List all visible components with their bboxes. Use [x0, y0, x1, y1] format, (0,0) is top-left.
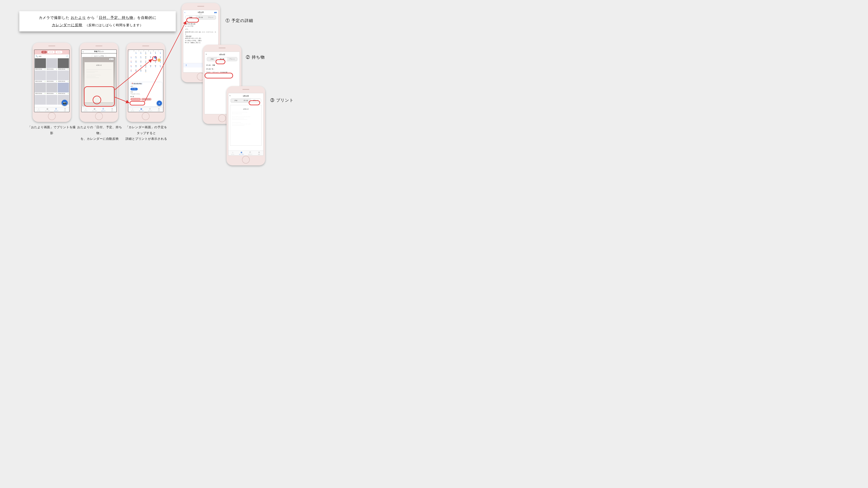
cal-day[interactable]: 28	[129, 69, 133, 74]
cal-day[interactable]: 17	[143, 60, 148, 65]
tab-calendar[interactable]: ▦カレンダー	[237, 151, 246, 155]
tab-home[interactable]: ⌂ホーム	[128, 107, 137, 112]
cal-day[interactable]: 9	[138, 56, 143, 60]
mitsuki-event-1[interactable]: 6年生を送る会	[130, 98, 141, 100]
document-icon[interactable]: 📄	[66, 55, 68, 57]
cal-day[interactable]: 15	[133, 60, 138, 65]
cal-day[interactable]	[158, 69, 163, 74]
back-icon[interactable]: ‹	[206, 53, 207, 55]
cal-day[interactable]: 2	[138, 52, 143, 56]
check-icon: ●	[68, 68, 68, 70]
cal-day[interactable]: 14	[129, 60, 133, 65]
cal-day[interactable]: 3	[143, 52, 148, 56]
cal-day[interactable]: 1	[133, 52, 138, 56]
cal-day[interactable]	[153, 69, 158, 74]
camera-fab[interactable]: 📷	[62, 100, 68, 106]
cal-day[interactable]	[148, 69, 153, 74]
photo-cell[interactable]: 2021年3月12日●	[35, 58, 46, 70]
seg-items[interactable]: 持ち物	[196, 16, 206, 19]
cal-day[interactable]: 7	[129, 56, 133, 60]
photo-cell[interactable]	[35, 95, 46, 106]
tab-calendar[interactable]: ▦カレンダー	[43, 107, 52, 112]
cal-day[interactable]: 6	[158, 52, 163, 56]
paper-title: お知らせ	[87, 64, 111, 66]
photo-cell[interactable]: 2021年3月12日●	[35, 83, 46, 94]
seg-print[interactable]: プリント	[251, 99, 261, 102]
share-icon[interactable]: ⇪	[185, 64, 187, 67]
cal-day[interactable]: 8	[133, 56, 138, 60]
photo-cell[interactable]: 2021年3月12日●	[46, 70, 58, 82]
photo-cell[interactable]: 2021年3月12日●	[35, 70, 46, 82]
cal-day[interactable]: 18	[148, 60, 153, 65]
cal-grid: 1234567891011121314151617181920212223242…	[128, 52, 163, 74]
back-icon[interactable]: ‹	[185, 11, 185, 13]
mitsuki-event-2[interactable]: 6年生を送る会	[141, 98, 152, 100]
cal-day[interactable]: 27	[158, 65, 163, 69]
gear-icon: ⚙	[258, 152, 260, 153]
cal-day[interactable]: 24	[143, 65, 148, 69]
back-icon[interactable]: ‹	[229, 94, 230, 97]
tab-calendar[interactable]: ▦カレンダー	[90, 107, 99, 112]
cal-day[interactable]: 16	[138, 60, 143, 65]
add-fab[interactable]: ＋	[157, 100, 162, 106]
cal-day[interactable]: 31	[143, 69, 148, 74]
event-dot	[146, 67, 146, 68]
cal-day[interactable]: 29	[133, 69, 138, 74]
seg-detail[interactable]: 詳細	[207, 57, 217, 61]
item-1: マスク	[206, 71, 211, 73]
cal-day[interactable]: 5	[153, 52, 158, 56]
search-input[interactable]	[39, 56, 65, 57]
tab-home[interactable]: ⌂ホーム	[34, 107, 43, 112]
chip-mitsuki[interactable]: みつき	[48, 51, 55, 54]
photo-cell[interactable]	[46, 95, 58, 106]
tab-calendar[interactable]: ▦カレンダー	[137, 107, 146, 112]
seg-print[interactable]: プリント	[227, 57, 237, 61]
photo-cell[interactable]: 2021年3月12日●	[58, 58, 69, 70]
tab-settings[interactable]: ⚙設定	[108, 107, 117, 112]
cal-day[interactable]: 10	[143, 56, 148, 60]
cal-day[interactable]: 19	[153, 60, 158, 65]
event-dot	[155, 53, 156, 54]
cal-day[interactable]: 21	[129, 65, 133, 69]
seg-items[interactable]: 持ち物	[241, 99, 251, 102]
tabbar: ⌂ホーム ▦カレンダー 🗒おたより ⚙設定	[128, 107, 163, 112]
cal-day[interactable]: 12	[153, 56, 158, 60]
papa-event[interactable]: ゴミ出し	[130, 88, 138, 90]
cal-day[interactable]: 25	[148, 65, 153, 69]
edit-button[interactable]: 編集	[214, 11, 217, 13]
seg-items[interactable]: 持ち物	[217, 57, 227, 61]
caption-p2: おたよりの「日付、予定、持ち物」 を、カレンダーに自動反映	[75, 124, 124, 142]
tab-settings[interactable]: ⚙設定	[154, 107, 163, 112]
doc-title: お知らせ	[232, 108, 260, 110]
event-dot	[146, 66, 146, 67]
check-icon: ●	[56, 81, 57, 82]
chip-souta[interactable]: そうた	[56, 51, 62, 54]
cal-day[interactable]: 11	[148, 56, 153, 60]
items-count-label: 持ち物：	[206, 64, 212, 66]
cal-day[interactable]	[129, 52, 133, 56]
cal-day[interactable]: 22	[133, 65, 138, 69]
event-dot	[131, 71, 131, 71]
photo-cell[interactable]: 2021年3月12日●	[46, 83, 58, 94]
cal-day[interactable]: 26	[153, 65, 158, 69]
cal-day[interactable]: 4	[148, 52, 153, 56]
photo-cell[interactable]: 2021年3月12日●	[58, 83, 69, 94]
tab-home[interactable]: ⌂ホーム	[228, 151, 237, 155]
mama-none: 予定はありません	[130, 93, 140, 94]
tab-otayori[interactable]: 🗒おたより	[99, 107, 108, 112]
cal-day[interactable]: 23	[138, 65, 143, 69]
tab-home[interactable]: ⌂ホーム	[82, 107, 90, 112]
seg-detail[interactable]: 詳細	[231, 99, 241, 102]
tab-otayori[interactable]: 🗒おたより	[246, 151, 255, 155]
tab-settings[interactable]: ⚙設定	[61, 107, 69, 112]
chip-all[interactable]: 全て	[41, 51, 47, 54]
tab-settings[interactable]: ⚙設定	[255, 151, 263, 155]
seg-print[interactable]: プリント	[206, 16, 216, 19]
photo-cell[interactable]: 2021年3月12日●	[46, 58, 58, 70]
back-icon[interactable]: ‹	[83, 51, 84, 53]
seg-detail[interactable]: 詳細	[186, 16, 196, 19]
cal-day[interactable]: 30	[138, 69, 143, 74]
tab-otayori[interactable]: 🗒おたより	[146, 107, 154, 112]
photo-cell[interactable]: 2021年3月12日●	[58, 70, 69, 82]
tab-otayori[interactable]: 🗒おたより	[52, 107, 61, 112]
